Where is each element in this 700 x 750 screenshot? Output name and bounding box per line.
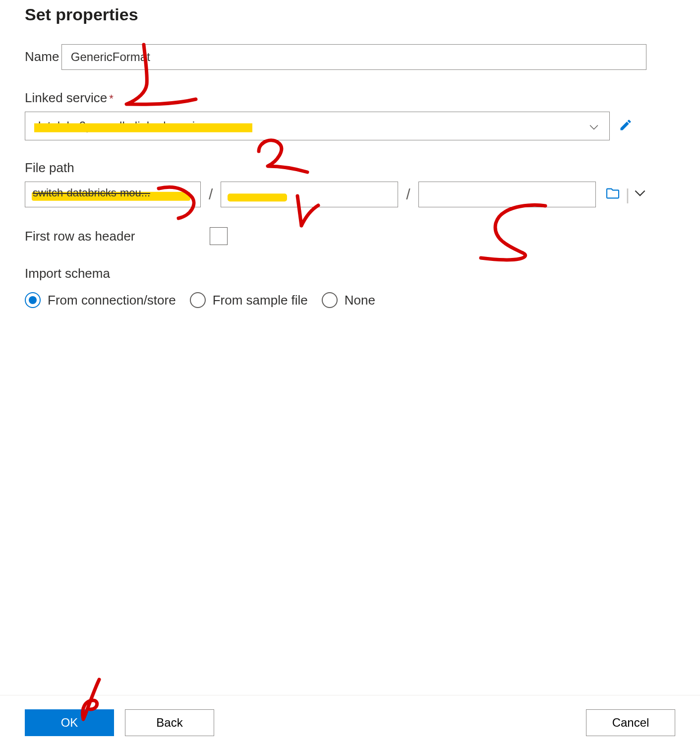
edit-icon[interactable] [619,118,633,134]
radio-label: None [345,293,375,308]
name-input[interactable] [61,44,646,70]
chevron-down-icon [589,121,598,130]
radio-icon [190,292,206,308]
page-title: Set properties [25,5,675,24]
redaction-highlight [34,124,252,132]
required-indicator: * [109,92,114,105]
path-separator: / [406,186,410,203]
import-schema-option-connection[interactable]: From connection/store [25,292,176,308]
ok-button[interactable]: OK [25,709,114,736]
import-schema-label: Import schema [25,266,675,281]
file-path-container-value: switch-databricks-mou... [33,187,150,199]
import-schema-group: Import schema From connection/store From… [25,266,675,308]
first-row-header-checkbox[interactable] [210,227,228,245]
redaction-highlight [228,193,287,201]
divider: | [626,186,630,204]
dialog-footer: OK Back Cancel [0,695,700,750]
import-schema-option-none[interactable]: None [322,292,375,308]
cancel-button[interactable]: Cancel [586,709,675,736]
radio-icon [322,292,338,308]
radio-label: From sample file [213,293,308,308]
linked-service-select[interactable]: datalake2psa-adls-linked-service [25,112,610,140]
path-separator: / [209,186,213,203]
file-path-field-group: File path switch-databricks-mou... / / | [25,160,675,207]
file-path-file-input[interactable] [418,182,596,207]
first-row-header-row: First row as header [25,227,675,245]
chevron-down-icon[interactable] [635,188,645,201]
name-field-group: Name [25,44,675,70]
name-label: Name [25,49,59,64]
linked-service-label: Linked service [25,90,107,106]
back-button[interactable]: Back [125,709,214,736]
import-schema-option-sample[interactable]: From sample file [190,292,308,308]
linked-service-field-group: Linked service* datalake2psa-adls-linked… [25,90,675,140]
file-path-label: File path [25,160,74,176]
radio-label: From connection/store [48,293,176,308]
radio-icon [25,292,41,308]
browse-folder-icon[interactable] [605,186,621,203]
first-row-header-label: First row as header [25,229,135,244]
